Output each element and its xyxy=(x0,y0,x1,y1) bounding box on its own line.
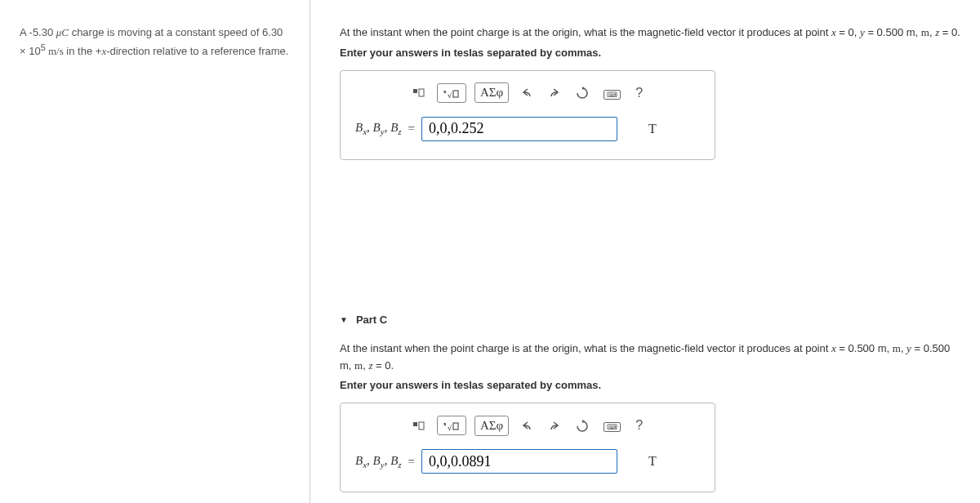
reset-icon[interactable] xyxy=(572,416,592,436)
svg-text:x: x xyxy=(443,421,447,427)
text: A -5.30 xyxy=(20,26,56,38)
partC-answer-box: x√ ΑΣφ ⌨ ? Bx, By, Bz = xyxy=(340,403,715,492)
text: = 0.500 m, xyxy=(836,342,893,354)
partB-var-label: Bx, By, Bz xyxy=(355,121,402,136)
partC-question: At the instant when the point charge is … xyxy=(340,341,964,375)
partC-input-row: Bx, By, Bz = T xyxy=(355,449,700,474)
partB-input-row: Bx, By, Bz = T xyxy=(355,117,700,141)
svg-rect-1 xyxy=(419,89,424,96)
partC-toolbar: x√ ΑΣφ ⌨ ? xyxy=(355,415,700,436)
keyboard-icon[interactable]: ⌨ xyxy=(600,83,624,103)
text: = 0.500 m, xyxy=(865,26,921,38)
unit-muC: μC xyxy=(56,26,69,38)
template-icon[interactable] xyxy=(409,416,429,436)
redo-icon[interactable] xyxy=(545,416,564,436)
unit-ms: m/s xyxy=(46,45,64,57)
text: = 0. xyxy=(372,359,394,372)
reset-icon[interactable] xyxy=(572,82,592,103)
partC-header[interactable]: ▼ Part C xyxy=(340,314,964,326)
partC-instruction: Enter your answers in teslas separated b… xyxy=(340,379,964,391)
undo-icon[interactable] xyxy=(517,416,537,436)
undo-icon[interactable] xyxy=(517,82,537,103)
text: = 0, xyxy=(836,26,860,38)
svg-text:√: √ xyxy=(448,91,452,100)
text: -direction relative to a reference frame… xyxy=(106,45,288,57)
unit-tesla: T xyxy=(648,122,657,136)
sidebar: A -5.30 μC charge is moving at a constan… xyxy=(0,0,310,503)
svg-rect-4 xyxy=(453,91,458,97)
partB-toolbar: x√ ΑΣφ ⌨ ? xyxy=(355,82,700,104)
svg-rect-5 xyxy=(413,422,417,426)
text: = 0. xyxy=(939,26,960,38)
partB-instruction: Enter your answers in teslas separated b… xyxy=(340,47,964,59)
help-icon[interactable]: ? xyxy=(632,415,646,436)
partC-answer-input[interactable] xyxy=(421,449,617,474)
caret-down-icon: ▼ xyxy=(340,315,348,324)
unit-tesla: T xyxy=(648,454,657,469)
svg-rect-0 xyxy=(413,89,417,93)
greek-symbols-button[interactable]: ΑΣφ xyxy=(474,416,509,436)
template-icon[interactable] xyxy=(409,82,429,103)
help-icon[interactable]: ? xyxy=(632,82,646,104)
text: At the instant when the point charge is … xyxy=(340,342,831,354)
problem-statement: A -5.30 μC charge is moving at a constan… xyxy=(20,24,290,59)
text: in the + xyxy=(64,45,102,57)
partB-question: At the instant when the point charge is … xyxy=(340,24,964,42)
main-content: At the instant when the point charge is … xyxy=(310,0,980,503)
redo-icon[interactable] xyxy=(545,82,564,103)
partB-answer-input[interactable] xyxy=(421,117,617,141)
svg-rect-6 xyxy=(419,422,424,430)
text: At the instant when the point charge is … xyxy=(340,26,831,38)
partC-title: Part C xyxy=(356,314,387,326)
keyboard-icon[interactable]: ⌨ xyxy=(600,416,624,435)
partC-var-label: Bx, By, Bz xyxy=(355,454,402,470)
partB-answer-box: x√ ΑΣφ ⌨ ? Bx, By, Bz = xyxy=(340,70,715,160)
svg-rect-9 xyxy=(453,423,458,430)
math-format-icon[interactable]: x√ xyxy=(437,416,466,435)
svg-text:x: x xyxy=(443,88,447,95)
svg-text:√: √ xyxy=(448,424,452,432)
equals: = xyxy=(408,122,415,136)
math-format-icon[interactable]: x√ xyxy=(437,83,466,103)
equals: = xyxy=(408,455,415,469)
greek-symbols-button[interactable]: ΑΣφ xyxy=(474,82,509,103)
